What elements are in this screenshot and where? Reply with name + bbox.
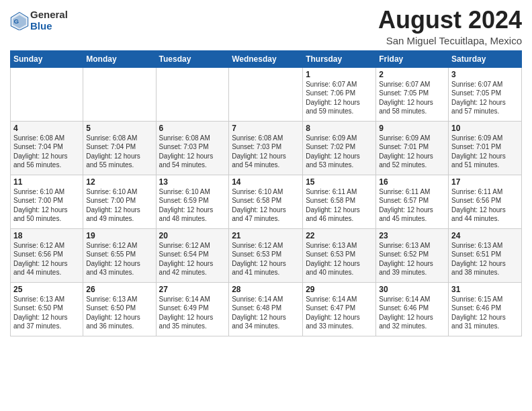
day-number: 14 — [232, 177, 300, 187]
calendar-cell: 6Sunrise: 6:08 AM Sunset: 7:03 PM Daylig… — [156, 121, 229, 175]
day-number: 25 — [13, 285, 80, 294]
day-info: Sunrise: 6:10 AM Sunset: 7:00 PM Dayligh… — [13, 187, 80, 224]
day-number: 5 — [86, 124, 152, 133]
day-info: Sunrise: 6:09 AM Sunset: 7:01 PM Dayligh… — [379, 134, 445, 170]
day-info: Sunrise: 6:07 AM Sunset: 7:05 PM Dayligh… — [451, 80, 519, 116]
day-header-thursday: Thursday — [303, 50, 376, 67]
calendar-week-5: 25Sunrise: 6:13 AM Sunset: 6:50 PM Dayli… — [11, 282, 522, 336]
day-info: Sunrise: 6:08 AM Sunset: 7:03 PM Dayligh… — [232, 134, 300, 170]
calendar-cell: 2Sunrise: 6:07 AM Sunset: 7:05 PM Daylig… — [376, 67, 449, 121]
calendar-cell: 31Sunrise: 6:15 AM Sunset: 6:46 PM Dayli… — [449, 282, 522, 336]
day-number: 15 — [306, 177, 373, 187]
day-info: Sunrise: 6:13 AM Sunset: 6:52 PM Dayligh… — [379, 241, 445, 277]
calendar-week-2: 4Sunrise: 6:08 AM Sunset: 7:04 PM Daylig… — [11, 121, 522, 175]
day-info: Sunrise: 6:12 AM Sunset: 6:56 PM Dayligh… — [13, 241, 80, 277]
day-number: 10 — [451, 124, 519, 133]
day-number: 9 — [379, 124, 445, 133]
day-info: Sunrise: 6:14 AM Sunset: 6:48 PM Dayligh… — [232, 295, 300, 331]
calendar-cell: 10Sunrise: 6:09 AM Sunset: 7:01 PM Dayli… — [449, 121, 522, 175]
day-number: 11 — [13, 177, 80, 187]
day-info: Sunrise: 6:08 AM Sunset: 7:03 PM Dayligh… — [159, 134, 226, 170]
day-number: 18 — [13, 231, 80, 240]
day-number: 22 — [306, 231, 373, 240]
day-info: Sunrise: 6:13 AM Sunset: 6:51 PM Dayligh… — [451, 241, 519, 277]
calendar-cell: 30Sunrise: 6:14 AM Sunset: 6:46 PM Dayli… — [376, 282, 449, 336]
day-info: Sunrise: 6:09 AM Sunset: 7:01 PM Dayligh… — [451, 134, 519, 170]
logo-general-text: General — [30, 9, 68, 21]
day-number: 27 — [159, 285, 226, 294]
day-number: 19 — [86, 231, 152, 240]
calendar-cell: 24Sunrise: 6:13 AM Sunset: 6:51 PM Dayli… — [449, 228, 522, 282]
day-info: Sunrise: 6:12 AM Sunset: 6:53 PM Dayligh… — [232, 241, 300, 277]
calendar-cell: 11Sunrise: 6:10 AM Sunset: 7:00 PM Dayli… — [11, 175, 83, 228]
day-number: 7 — [232, 124, 300, 133]
calendar-cell: 7Sunrise: 6:08 AM Sunset: 7:03 PM Daylig… — [229, 121, 303, 175]
day-info: Sunrise: 6:13 AM Sunset: 6:50 PM Dayligh… — [86, 295, 152, 331]
day-info: Sunrise: 6:12 AM Sunset: 6:54 PM Dayligh… — [159, 241, 226, 277]
day-number: 24 — [451, 231, 519, 240]
day-info: Sunrise: 6:11 AM Sunset: 6:56 PM Dayligh… — [451, 187, 519, 224]
day-info: Sunrise: 6:10 AM Sunset: 7:00 PM Dayligh… — [86, 187, 152, 224]
calendar-cell: 12Sunrise: 6:10 AM Sunset: 7:00 PM Dayli… — [83, 175, 156, 228]
day-info: Sunrise: 6:14 AM Sunset: 6:49 PM Dayligh… — [159, 295, 226, 331]
calendar-cell: 19Sunrise: 6:12 AM Sunset: 6:55 PM Dayli… — [83, 228, 156, 282]
month-title: August 2024 — [378, 7, 522, 34]
day-info: Sunrise: 6:15 AM Sunset: 6:46 PM Dayligh… — [451, 295, 519, 331]
calendar-cell: 16Sunrise: 6:11 AM Sunset: 6:57 PM Dayli… — [376, 175, 449, 228]
calendar-cell: 3Sunrise: 6:07 AM Sunset: 7:05 PM Daylig… — [449, 67, 522, 121]
day-info: Sunrise: 6:08 AM Sunset: 7:04 PM Dayligh… — [86, 134, 152, 170]
day-info: Sunrise: 6:11 AM Sunset: 6:58 PM Dayligh… — [306, 187, 373, 224]
day-info: Sunrise: 6:14 AM Sunset: 6:46 PM Dayligh… — [379, 295, 445, 331]
calendar-cell: 15Sunrise: 6:11 AM Sunset: 6:58 PM Dayli… — [303, 175, 376, 228]
calendar-cell: 18Sunrise: 6:12 AM Sunset: 6:56 PM Dayli… — [11, 228, 83, 282]
day-number: 6 — [159, 124, 226, 133]
svg-text:G: G — [14, 17, 19, 25]
calendar-cell: 17Sunrise: 6:11 AM Sunset: 6:56 PM Dayli… — [449, 175, 522, 228]
calendar-week-4: 18Sunrise: 6:12 AM Sunset: 6:56 PM Dayli… — [11, 228, 522, 282]
logo-icon: G — [10, 11, 29, 30]
day-number: 1 — [306, 70, 373, 79]
day-number: 2 — [379, 70, 445, 79]
day-number: 4 — [13, 124, 80, 133]
day-number: 30 — [379, 285, 445, 294]
calendar-table: SundayMondayTuesdayWednesdayThursdayFrid… — [10, 50, 522, 336]
day-info: Sunrise: 6:09 AM Sunset: 7:02 PM Dayligh… — [306, 134, 373, 170]
title-section: August 2024 San Miguel Tecuitlapa, Mexic… — [378, 7, 522, 46]
logo: G General Blue — [10, 9, 68, 32]
day-header-monday: Monday — [83, 50, 156, 67]
day-number: 31 — [451, 285, 519, 294]
day-number: 16 — [379, 177, 445, 187]
calendar-cell: 4Sunrise: 6:08 AM Sunset: 7:04 PM Daylig… — [11, 121, 83, 175]
calendar-cell: 20Sunrise: 6:12 AM Sunset: 6:54 PM Dayli… — [156, 228, 229, 282]
calendar-cell — [229, 67, 303, 121]
day-info: Sunrise: 6:11 AM Sunset: 6:57 PM Dayligh… — [379, 187, 445, 224]
calendar-cell — [11, 67, 83, 121]
day-info: Sunrise: 6:08 AM Sunset: 7:04 PM Dayligh… — [13, 134, 80, 170]
calendar-cell: 22Sunrise: 6:13 AM Sunset: 6:53 PM Dayli… — [303, 228, 376, 282]
logo-text: General Blue — [30, 9, 68, 32]
page: G General Blue August 2024 San Miguel Te… — [0, 0, 532, 343]
day-info: Sunrise: 6:07 AM Sunset: 7:05 PM Dayligh… — [379, 80, 445, 116]
calendar-cell — [83, 67, 156, 121]
calendar-cell: 26Sunrise: 6:13 AM Sunset: 6:50 PM Dayli… — [83, 282, 156, 336]
calendar-cell: 9Sunrise: 6:09 AM Sunset: 7:01 PM Daylig… — [376, 121, 449, 175]
day-number: 26 — [86, 285, 152, 294]
day-header-sunday: Sunday — [11, 50, 83, 67]
day-header-saturday: Saturday — [449, 50, 522, 67]
day-number: 17 — [451, 177, 519, 187]
day-number: 28 — [232, 285, 300, 294]
calendar-cell: 27Sunrise: 6:14 AM Sunset: 6:49 PM Dayli… — [156, 282, 229, 336]
day-number: 23 — [379, 231, 445, 240]
header: G General Blue August 2024 San Miguel Te… — [10, 7, 522, 46]
day-number: 3 — [451, 70, 519, 79]
day-info: Sunrise: 6:07 AM Sunset: 7:06 PM Dayligh… — [306, 80, 373, 116]
calendar-cell: 5Sunrise: 6:08 AM Sunset: 7:04 PM Daylig… — [83, 121, 156, 175]
calendar-cell: 13Sunrise: 6:10 AM Sunset: 6:59 PM Dayli… — [156, 175, 229, 228]
calendar-week-1: 1Sunrise: 6:07 AM Sunset: 7:06 PM Daylig… — [11, 67, 522, 121]
calendar-week-3: 11Sunrise: 6:10 AM Sunset: 7:00 PM Dayli… — [11, 175, 522, 228]
day-number: 12 — [86, 177, 152, 187]
day-number: 8 — [306, 124, 373, 133]
calendar-cell — [156, 67, 229, 121]
calendar-cell: 29Sunrise: 6:14 AM Sunset: 6:47 PM Dayli… — [303, 282, 376, 336]
calendar-cell: 8Sunrise: 6:09 AM Sunset: 7:02 PM Daylig… — [303, 121, 376, 175]
